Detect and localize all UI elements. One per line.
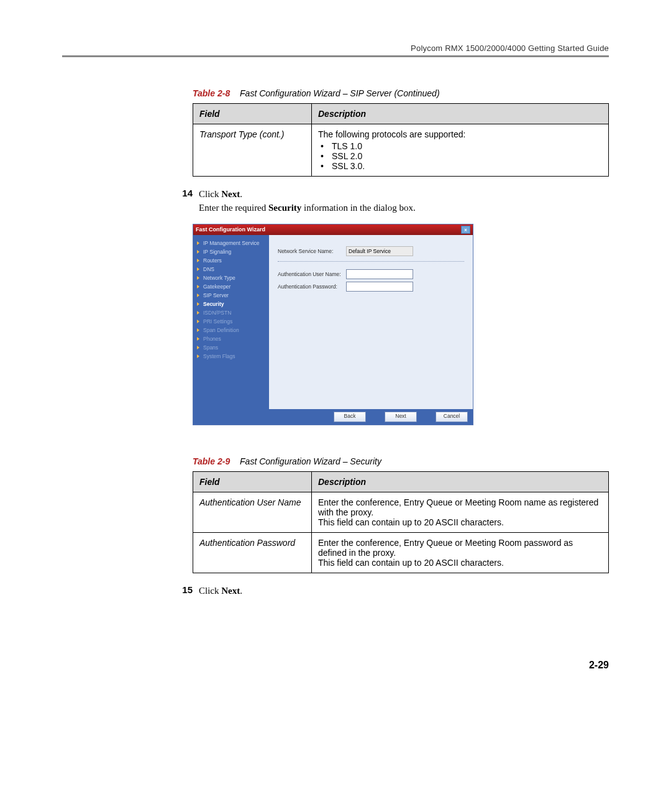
next-button[interactable]: Next (385, 412, 417, 422)
list-item: SSL 2.0 (332, 151, 362, 161)
nav-isdn-pstn[interactable]: ISDN/PSTN (197, 308, 265, 317)
page-number: 2-29 (62, 660, 609, 671)
wizard-nav: IP Management Service IP Signaling Route… (193, 235, 269, 409)
back-button[interactable]: Back (334, 412, 366, 422)
table-row: Authentication Password Enter the confer… (193, 532, 609, 573)
step-text: . (240, 189, 242, 199)
list-item: TLS 1.0 (332, 141, 362, 151)
table-2-8-caption: Table 2-8 Fast Configuration Wizard – SI… (193, 88, 609, 98)
header-rule (62, 55, 609, 57)
step-text: Click (199, 189, 221, 199)
col-field: Field (193, 471, 312, 492)
close-icon[interactable]: x (461, 226, 470, 234)
label-auth-user: Authentication User Name: (278, 271, 346, 277)
nav-ip-management[interactable]: IP Management Service (197, 239, 265, 247)
cell-field: Authentication User Name (193, 492, 312, 532)
nav-ip-signaling[interactable]: IP Signaling (197, 247, 265, 256)
nav-system-flags[interactable]: System Flags (197, 352, 265, 361)
cell-description: Enter the conference, Entry Queue or Mee… (312, 492, 609, 532)
nav-sip-server[interactable]: SIP Server (197, 291, 265, 300)
cell-field: Authentication Password (193, 532, 312, 573)
wizard-dialog: Fast Configuration Wizard x IP Managemen… (193, 224, 473, 425)
nav-span-definition[interactable]: Span Definition (197, 326, 265, 334)
nav-gatekeeper[interactable]: Gatekeeper (197, 282, 265, 291)
label-service-name: Network Service Name: (278, 248, 346, 254)
col-field: Field (193, 104, 312, 124)
protocol-list: •TLS 1.0 •SSL 2.0 •SSL 3.0. (321, 141, 602, 171)
step-number: 15 (170, 584, 199, 598)
bullet-icon: • (321, 151, 332, 161)
nav-security[interactable]: Security (197, 300, 265, 308)
step-text: . (240, 586, 242, 596)
dialog-titlebar: Fast Configuration Wizard x (193, 224, 473, 235)
step-body: Click Next. (199, 584, 242, 598)
dialog-buttonbar: Back Next Cancel (193, 409, 473, 425)
dialog-title: Fast Configuration Wizard (196, 226, 265, 233)
nav-dns[interactable]: DNS (197, 265, 265, 274)
cancel-button[interactable]: Cancel (436, 412, 468, 422)
cell-description: Enter the conference, Entry Queue or Mee… (312, 532, 609, 573)
auth-user-field[interactable] (346, 269, 413, 279)
step-bold: Next (221, 586, 240, 596)
cell-field: Transport Type (cont.) (193, 124, 312, 177)
table-row: Authentication User Name Enter the confe… (193, 492, 609, 532)
step-text: Click (199, 586, 221, 596)
col-description: Description (312, 471, 609, 492)
dialog-main: Network Service Name: Authentication Use… (269, 235, 473, 409)
nav-network-type[interactable]: Network Type (197, 274, 265, 282)
table-caption-text: Fast Configuration Wizard – SIP Server (… (240, 88, 440, 98)
bullet-icon: • (321, 161, 332, 171)
step-number: 14 (170, 188, 199, 215)
step-text: information in the dialog box. (301, 203, 415, 213)
nav-spans[interactable]: Spans (197, 343, 265, 352)
step-bold: Security (268, 203, 301, 213)
cell-description: The following protocols are supported: •… (312, 124, 609, 177)
col-description: Description (312, 104, 609, 124)
table-number: Table 2-8 (193, 88, 237, 98)
table-2-9: Field Description Authentication User Na… (193, 471, 609, 573)
nav-routers[interactable]: Routers (197, 256, 265, 265)
table-caption-text: Fast Configuration Wizard – Security (240, 456, 381, 466)
step-body: Click Next. Enter the required Security … (199, 188, 416, 215)
bullet-icon: • (321, 141, 332, 151)
doc-header: Polycom RMX 1500/2000/4000 Getting Start… (62, 44, 609, 53)
table-2-9-caption: Table 2-9 Fast Configuration Wizard – Se… (193, 456, 609, 466)
desc-intro: The following protocols are supported: (318, 129, 465, 139)
table-number: Table 2-9 (193, 456, 237, 466)
label-auth-password: Authentication Password: (278, 284, 346, 290)
table-2-8: Field Description Transport Type (cont.)… (193, 103, 609, 177)
step-15: 15 Click Next. (170, 584, 609, 598)
list-item: SSL 3.0. (332, 161, 365, 171)
nav-pri-settings[interactable]: PRI Settings (197, 317, 265, 326)
step-14: 14 Click Next. Enter the required Securi… (170, 188, 609, 215)
auth-password-field[interactable] (346, 282, 413, 292)
step-text: Enter the required (199, 203, 268, 213)
divider (278, 261, 464, 262)
nav-phones[interactable]: Phones (197, 334, 265, 343)
step-bold: Next (221, 189, 240, 199)
service-name-field (346, 246, 413, 256)
